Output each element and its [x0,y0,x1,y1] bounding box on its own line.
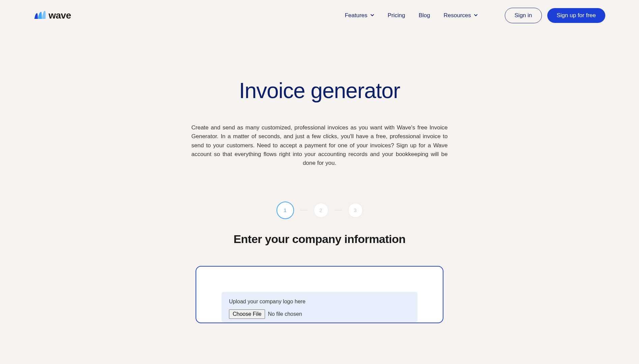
step-3[interactable]: 3 [348,203,363,218]
primary-nav: Features Pricing Blog Resources Sign in … [345,8,605,23]
nav-features[interactable]: Features [345,12,374,19]
nav-blog[interactable]: Blog [418,12,430,19]
nav-pricing[interactable]: Pricing [388,12,405,19]
step-indicator: 1 2 3 [0,202,639,219]
site-header: wave Features Pricing Blog Resources Sig… [0,0,639,31]
company-form-card: Upload your company logo here Choose Fil… [196,266,443,323]
page-title: Invoice generator [0,78,639,103]
chevron-down-icon [370,12,374,19]
hero-section: Invoice generator Create and send as man… [0,31,639,168]
main-content: Invoice generator Create and send as man… [0,31,639,323]
step-1[interactable]: 1 [277,202,294,219]
choose-file-button[interactable]: Choose File [229,309,265,319]
nav-blog-label: Blog [418,12,430,19]
nav-resources[interactable]: Resources [444,12,478,19]
nav-resources-label: Resources [444,12,471,19]
section-title: Enter your company information [0,233,639,246]
brand-logo[interactable]: wave [34,10,71,21]
auth-buttons: Sign in Sign up for free [505,8,605,23]
nav-pricing-label: Pricing [388,12,405,19]
signup-button[interactable]: Sign up for free [547,8,605,23]
logo-upload-box: Upload your company logo here Choose Fil… [222,292,417,322]
signin-button[interactable]: Sign in [505,8,542,23]
wave-logo-icon [34,10,46,21]
hero-description: Create and send as many customized, prof… [192,123,448,168]
file-input-row: Choose File No file chosen [229,309,410,319]
step-connector [335,210,342,210]
chevron-down-icon [474,12,478,19]
brand-name: wave [49,10,71,21]
upload-label: Upload your company logo here [229,299,410,305]
step-2[interactable]: 2 [314,203,328,218]
file-status-text: No file chosen [268,311,302,317]
nav-features-label: Features [345,12,367,19]
step-connector [300,210,308,210]
